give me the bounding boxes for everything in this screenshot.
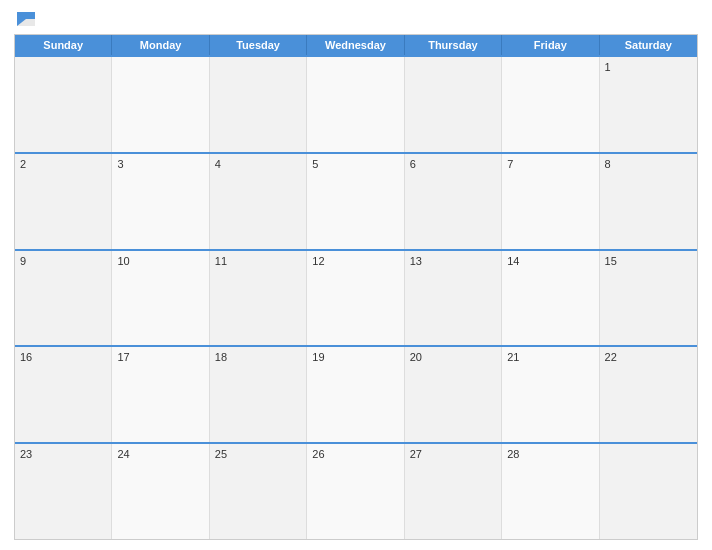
day-number: 17 [117,351,129,363]
day-number: 26 [312,448,324,460]
day-cell: 3 [112,154,209,249]
day-number: 25 [215,448,227,460]
day-number: 7 [507,158,513,170]
day-number: 18 [215,351,227,363]
day-cell [600,444,697,539]
week-row-4: 16171819202122 [15,345,697,442]
day-cell: 20 [405,347,502,442]
day-header-sunday: Sunday [15,35,112,55]
day-cell: 23 [15,444,112,539]
day-number: 9 [20,255,26,267]
day-cell: 28 [502,444,599,539]
day-cell: 4 [210,154,307,249]
week-row-3: 9101112131415 [15,249,697,346]
day-header-saturday: Saturday [600,35,697,55]
day-number: 24 [117,448,129,460]
logo [14,12,35,26]
day-number: 23 [20,448,32,460]
day-cell: 10 [112,251,209,346]
day-cell: 5 [307,154,404,249]
day-number: 28 [507,448,519,460]
day-header-thursday: Thursday [405,35,502,55]
day-number: 10 [117,255,129,267]
day-cell [502,57,599,152]
day-number: 11 [215,255,227,267]
day-cell: 15 [600,251,697,346]
day-cell: 18 [210,347,307,442]
day-cell: 8 [600,154,697,249]
day-cell: 9 [15,251,112,346]
calendar-grid: SundayMondayTuesdayWednesdayThursdayFrid… [14,34,698,540]
day-cell: 17 [112,347,209,442]
weeks-container: 1234567891011121314151617181920212223242… [15,55,697,539]
day-number: 19 [312,351,324,363]
day-cell [15,57,112,152]
day-header-tuesday: Tuesday [210,35,307,55]
logo-flag-icon [17,12,35,26]
day-number: 16 [20,351,32,363]
day-number: 14 [507,255,519,267]
day-number: 13 [410,255,422,267]
day-cell: 27 [405,444,502,539]
day-cell: 11 [210,251,307,346]
week-row-1: 1 [15,55,697,152]
day-number: 15 [605,255,617,267]
day-cell: 22 [600,347,697,442]
day-number: 5 [312,158,318,170]
day-cell [307,57,404,152]
day-cell [112,57,209,152]
day-number: 22 [605,351,617,363]
day-number: 2 [20,158,26,170]
day-headers-row: SundayMondayTuesdayWednesdayThursdayFrid… [15,35,697,55]
day-cell [210,57,307,152]
day-number: 20 [410,351,422,363]
day-number: 3 [117,158,123,170]
header [14,12,698,26]
week-row-5: 232425262728 [15,442,697,539]
day-number: 6 [410,158,416,170]
day-cell: 6 [405,154,502,249]
day-cell: 14 [502,251,599,346]
day-header-monday: Monday [112,35,209,55]
day-header-friday: Friday [502,35,599,55]
day-cell: 2 [15,154,112,249]
day-number: 8 [605,158,611,170]
day-cell: 24 [112,444,209,539]
day-cell: 25 [210,444,307,539]
day-number: 27 [410,448,422,460]
calendar-page: SundayMondayTuesdayWednesdayThursdayFrid… [0,0,712,550]
day-header-wednesday: Wednesday [307,35,404,55]
day-number: 21 [507,351,519,363]
day-cell: 16 [15,347,112,442]
day-cell: 7 [502,154,599,249]
day-number: 4 [215,158,221,170]
day-cell: 12 [307,251,404,346]
day-number: 12 [312,255,324,267]
day-cell: 26 [307,444,404,539]
day-number: 1 [605,61,611,73]
day-cell: 21 [502,347,599,442]
week-row-2: 2345678 [15,152,697,249]
day-cell: 13 [405,251,502,346]
day-cell: 19 [307,347,404,442]
day-cell: 1 [600,57,697,152]
day-cell [405,57,502,152]
